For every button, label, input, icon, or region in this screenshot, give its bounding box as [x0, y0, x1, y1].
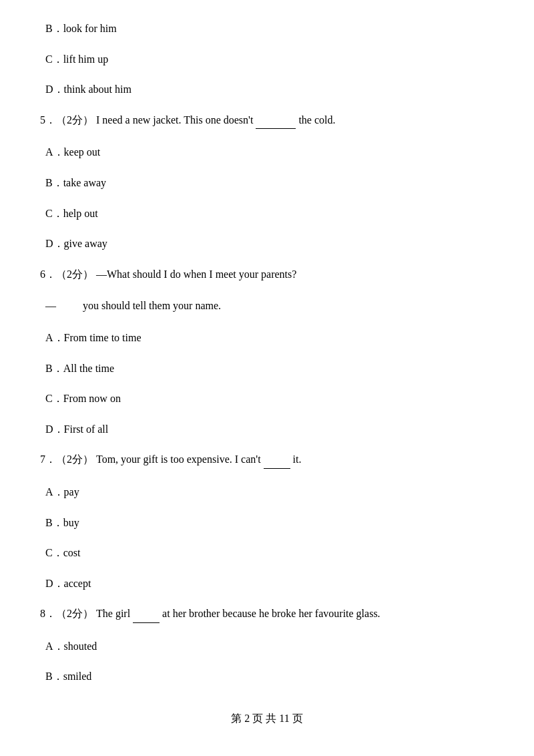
option-C-cost: C．cost — [40, 544, 494, 562]
option-A-shouted: A．shouted — [40, 638, 494, 655]
question-7: 7．（2分） Tom, your gift is too expensive. … — [40, 451, 494, 469]
question-5: 5．（2分） I need a new jacket. This one doe… — [40, 112, 494, 130]
option-A-keepout: A．keep out — [40, 144, 494, 161]
option-C-fromnowon: C．From now on — [40, 390, 494, 407]
option-C-lifthimup: C．lift him up — [40, 51, 494, 68]
option-B-allthetime: B．All the time — [40, 360, 494, 377]
question-6: 6．（2分） —What should I do when I meet you… — [40, 266, 494, 283]
option-B-buy: B．buy — [40, 514, 494, 532]
option-B-smiled: B．smiled — [40, 668, 494, 685]
option-D-firstofall: D．First of all — [40, 421, 494, 438]
option-D-giveaway: D．give away — [40, 235, 494, 252]
question-6-response: — you should tell them your name. — [40, 297, 494, 315]
page-footer: 第 2 页 共 11 页 — [40, 712, 494, 726]
option-B-lookforhim: B．look for him — [40, 20, 494, 37]
option-D-thinkabouthim: D．think about him — [40, 81, 494, 98]
option-D-accept: D．accept — [40, 575, 494, 592]
option-B-takeaway: B．take away — [40, 174, 494, 192]
option-A-pay: A．pay — [40, 484, 494, 501]
option-A-fromtimetotime: A．From time to time — [40, 329, 494, 347]
option-C-helpout: C．help out — [40, 205, 494, 222]
question-8: 8．（2分） The girl at her brother because h… — [40, 605, 494, 623]
